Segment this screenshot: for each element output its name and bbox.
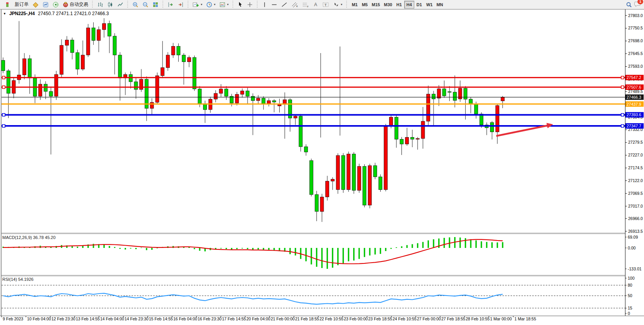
svg-text:27069.5: 27069.5 xyxy=(628,191,643,196)
text-button[interactable]: A xyxy=(311,1,320,9)
svg-text:13 Feb 14:55: 13 Feb 14:55 xyxy=(76,316,100,321)
svg-text:A: A xyxy=(314,2,317,7)
price-badges: 27547.227507.627466.327437.927393.627347… xyxy=(625,75,644,129)
rsi-axis: 1008050150 xyxy=(625,276,635,316)
svg-text:15 Feb 14:55: 15 Feb 14:55 xyxy=(149,316,173,321)
toolbar-separator xyxy=(232,1,234,9)
tf-button-M15[interactable]: M15 xyxy=(370,1,382,9)
tile-windows-button[interactable] xyxy=(151,1,160,9)
chart-window[interactable]: ▼ JPN225-,H4 27450.7 27471.1 27421.0 274… xyxy=(0,9,644,325)
svg-text:0.00: 0.00 xyxy=(628,246,636,250)
fibonacci-icon: F xyxy=(302,2,309,8)
level-lines xyxy=(2,76,625,127)
tf-button-D1[interactable]: D1 xyxy=(414,1,424,9)
chart-canvas[interactable]: 27803.027750.527698.027645.527593.027540… xyxy=(0,9,644,325)
templates-button[interactable]: ▾ xyxy=(218,1,230,9)
chart-ohlc-values: 27450.7 27471.1 27421.0 27466.3 xyxy=(38,11,109,16)
text-label-button[interactable]: T xyxy=(321,1,331,9)
equidistant-channel-button[interactable]: E xyxy=(290,1,300,9)
indicators-button[interactable]: ▾ xyxy=(191,1,204,9)
svg-text:27507.6: 27507.6 xyxy=(627,85,641,89)
svg-text:27437.9: 27437.9 xyxy=(627,102,641,107)
tf-button-MN[interactable]: MN xyxy=(434,1,445,9)
dropdown-caret-icon: ▾ xyxy=(201,3,202,6)
line-chart-button[interactable] xyxy=(116,1,125,9)
svg-text:27279.5: 27279.5 xyxy=(628,140,643,144)
svg-text:T: T xyxy=(325,3,327,7)
auto-trading-label: 自动交易 xyxy=(70,1,88,8)
auto-scroll-button[interactable] xyxy=(176,1,185,9)
time-axis: 9 Feb 202310 Feb 04:0012 Feb 23:3013 Feb… xyxy=(2,316,536,321)
candles xyxy=(2,18,505,222)
toolbar-separator xyxy=(187,1,190,9)
macd-indicator-label: MACD(12,26,9) 36.78 45.20 xyxy=(2,235,56,240)
svg-text:27227.0: 27227.0 xyxy=(628,153,643,157)
new-order-button[interactable]: 新订单 xyxy=(13,1,30,9)
zoom-out-button[interactable] xyxy=(141,1,150,9)
tf-button-M30[interactable]: M30 xyxy=(382,1,394,9)
rsi-levels xyxy=(2,285,625,308)
zoom-in-icon xyxy=(132,2,138,8)
svg-text:27547.2: 27547.2 xyxy=(627,75,641,80)
market-watch-button[interactable] xyxy=(41,1,50,9)
periods-button[interactable]: ▾ xyxy=(205,1,217,9)
svg-text:21 Feb 00:00: 21 Feb 00:00 xyxy=(271,316,295,321)
svg-text:27393.6: 27393.6 xyxy=(627,112,641,117)
svg-text:50: 50 xyxy=(628,293,632,298)
candlestick-chart-icon xyxy=(107,2,113,8)
label-icon: T xyxy=(322,2,329,8)
cursor-button[interactable] xyxy=(236,1,244,9)
signals-button[interactable] xyxy=(51,1,60,9)
search-icon xyxy=(626,2,632,8)
dropdown-caret-icon: ▾ xyxy=(214,3,215,6)
fibonacci-button[interactable]: F xyxy=(301,1,311,9)
price-axis: 27803.027750.527698.027645.527593.027540… xyxy=(625,13,643,234)
search-button[interactable] xyxy=(624,1,634,9)
svg-text:23 Feb 00:00: 23 Feb 00:00 xyxy=(344,316,368,321)
new-order-label: 新订单 xyxy=(15,1,29,8)
template-icon xyxy=(219,2,225,8)
tf-button-M1[interactable]: M1 xyxy=(350,1,360,9)
svg-text:9 Feb 2023: 9 Feb 2023 xyxy=(3,316,23,321)
chart-symbol-period: JPN225-,H4 xyxy=(9,11,35,16)
horizontal-line-button[interactable] xyxy=(270,1,279,9)
trendline-icon xyxy=(281,2,287,8)
arrows-tool-button[interactable]: ▾ xyxy=(331,1,344,9)
svg-text:21 Feb 18:55: 21 Feb 18:55 xyxy=(295,316,319,321)
svg-text:14 Feb 23:30: 14 Feb 23:30 xyxy=(125,316,149,321)
tf-button-M5[interactable]: M5 xyxy=(360,1,370,9)
svg-text:F: F xyxy=(307,5,309,8)
svg-text:100: 100 xyxy=(628,276,635,280)
signal-icon xyxy=(53,2,59,8)
tf-button-H4[interactable]: H4 xyxy=(404,1,414,9)
svg-text:15: 15 xyxy=(628,306,632,310)
candle-chart-button[interactable] xyxy=(106,1,115,9)
notification-badge: 1 xyxy=(637,0,643,4)
main-toolbar: 新订单 自动交易 xyxy=(0,0,644,9)
auto-trading-button[interactable]: 自动交易 xyxy=(61,1,90,9)
svg-text:E: E xyxy=(296,5,298,7)
shift-chart-button[interactable] xyxy=(166,1,175,9)
vertical-line-icon xyxy=(262,2,267,8)
toolbar-separator xyxy=(162,1,164,9)
zoom-in-button[interactable] xyxy=(131,1,140,9)
svg-text:-133.01: -133.01 xyxy=(628,267,642,271)
tf-button-H1[interactable]: H1 xyxy=(394,1,404,9)
cursor-arrow-icon xyxy=(237,2,243,7)
crosshair-button[interactable] xyxy=(245,1,255,9)
svg-text:80: 80 xyxy=(628,283,632,287)
trendline-button[interactable] xyxy=(280,1,289,9)
svg-text:14 Feb 04:00: 14 Feb 04:00 xyxy=(100,316,124,321)
tf-button-W1[interactable]: W1 xyxy=(424,1,435,9)
svg-text:16 Feb 04:00: 16 Feb 04:00 xyxy=(173,316,197,321)
quotes-button[interactable] xyxy=(31,1,40,9)
svg-text:0: 0 xyxy=(628,311,630,316)
chat-button[interactable]: 1 xyxy=(634,1,641,9)
vertical-line-button[interactable] xyxy=(260,1,269,9)
macd-histogram xyxy=(2,237,503,269)
bar-chart-button[interactable] xyxy=(96,1,105,9)
app-icon[interactable] xyxy=(1,0,12,9)
collapse-icon: ▼ xyxy=(3,12,6,15)
macd-axis: 69.090.00-133.01 xyxy=(625,235,642,271)
svg-text:20 Feb 04:00: 20 Feb 04:00 xyxy=(246,316,270,321)
